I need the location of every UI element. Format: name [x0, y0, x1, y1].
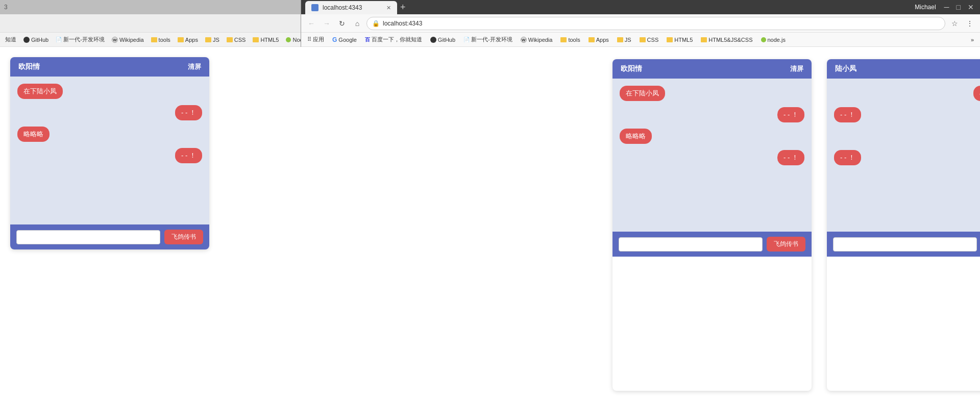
github-icon-r	[430, 37, 436, 43]
bm-html5jsss[interactable]: HTML5&JS&CSS	[699, 36, 754, 44]
left-message-input[interactable]	[16, 230, 160, 244]
bm-tools-r[interactable]: tools	[558, 36, 582, 44]
chat-ouyangqing: 欧阳情 清屏 在下陆小凤 - - ！ 略略略 - - ！ 飞鸽传书	[612, 59, 812, 391]
bm-apps[interactable]: Apps	[176, 36, 200, 44]
left-chat-username: 欧阳情	[18, 62, 40, 71]
wiki-icon-r: W	[521, 37, 527, 43]
tab-close-button[interactable]: ✕	[386, 5, 391, 11]
more-bookmarks-button[interactable]: »	[969, 36, 976, 44]
bm-css[interactable]: CSS	[225, 36, 248, 44]
minimize-button[interactable]: ─	[942, 3, 951, 11]
oq-msg-4: - - ！	[777, 150, 804, 165]
settings-button[interactable]: ⋮	[964, 17, 976, 30]
bm-css-r[interactable]: CSS	[638, 36, 661, 44]
reload-button[interactable]: ↻	[336, 17, 348, 30]
chat-ouyangqing-header: 欧阳情 清屏	[612, 59, 812, 79]
left-chat-messages: 在下陆小凤 - - ！ 略略略 - - ！	[10, 77, 209, 224]
close-button[interactable]: ✕	[966, 3, 976, 11]
user-name-display: Michael	[915, 4, 936, 11]
folder-icon-r1	[560, 37, 567, 42]
chat-luxiaofeng-input-bar: 飞鸽传书	[827, 232, 980, 257]
folder-icon-r6	[701, 37, 707, 42]
chat-luxiaofeng-messages: 在下陆小凤 - - ！ 略略略 - - ！	[827, 79, 980, 232]
bm-html5-r[interactable]: HTML5	[665, 36, 695, 44]
google-icon: G	[332, 36, 337, 43]
luxiaofeng-message-input[interactable]	[833, 237, 977, 252]
folder-icon-r4	[640, 37, 646, 42]
bm-apps-r[interactable]: Apps	[586, 36, 611, 44]
url-display: localhost:4343	[383, 20, 422, 27]
github-icon	[23, 37, 30, 43]
node-icon	[286, 37, 291, 42]
bm-tools[interactable]: tools	[149, 36, 173, 44]
right-browser-window: localhost:4343 ✕ + Michael ─ □ ✕ ← → ↻ ⌂…	[301, 0, 980, 401]
oq-msg-3: 略略略	[620, 129, 652, 144]
right-nav-bar: ← → ↻ ⌂ 🔒 localhost:4343 ☆ ⋮	[301, 14, 980, 33]
bm-devenv[interactable]: 📄新一代-开发环境	[54, 35, 107, 44]
window-controls: ─ □ ✕	[942, 3, 976, 11]
left-page-content: 欧阳情 清屏 在下陆小凤 - - ！ 略略略 - - ！ 飞鸽传书	[0, 47, 301, 401]
left-chat-widget: 欧阳情 清屏 在下陆小凤 - - ！ 略略略 - - ！ 飞鸽传书	[10, 57, 209, 249]
bm-apps-icon[interactable]: ⠿应用	[305, 35, 326, 44]
folder-icon	[227, 37, 233, 42]
lxf-msg-1: 在下陆小凤	[973, 86, 980, 101]
left-chat-input-bar: 飞鸽传书	[10, 224, 209, 249]
bm-baidu[interactable]: 百百度一下，你就知道	[363, 35, 424, 44]
bm-google[interactable]: GGoogle	[330, 35, 359, 44]
oq-msg-2: - - ！	[777, 107, 804, 122]
folder-icon-r2	[589, 37, 595, 42]
chat-luxiaofeng-header: 陆小凤 清屏	[827, 59, 980, 79]
bm-zhidao[interactable]: 知道	[3, 35, 18, 44]
chat-ouyangqing-messages: 在下陆小凤 - - ！ 略略略 - - ！	[612, 79, 812, 232]
chat-luxiaofeng-username: 陆小凤	[835, 64, 856, 73]
bm-devenv-r[interactable]: 📄新一代-开发环境	[461, 35, 514, 44]
lxf-msg-4: - - ！	[834, 150, 861, 165]
left-msg-2: - - ！	[175, 105, 202, 120]
left-send-button[interactable]: 飞鸽传书	[164, 230, 203, 244]
bm-nodejs[interactable]: Node.js	[284, 36, 301, 44]
chat-ouyangqing-clear[interactable]: 清屏	[790, 64, 803, 73]
active-tab[interactable]: localhost:4343 ✕	[305, 1, 397, 14]
bm-github[interactable]: GitHub	[21, 36, 51, 44]
bm-nodejs-r[interactable]: node.js	[759, 36, 788, 44]
bookmark-star-button[interactable]: ☆	[948, 17, 961, 30]
bm-github-r[interactable]: GitHub	[428, 36, 457, 44]
folder-icon	[178, 37, 184, 42]
bm-wiki-r[interactable]: WWikipedia	[519, 36, 555, 44]
chat-luxiaofeng: 陆小凤 清屏 在下陆小凤 - - ！ 略略略 - - ！ 飞鸽传书	[827, 59, 980, 391]
home-button[interactable]: ⌂	[351, 17, 363, 30]
chat-ouyangqing-input-bar: 飞鸽传书	[612, 232, 812, 257]
folder-icon-r5	[667, 37, 673, 42]
new-tab-button[interactable]: +	[400, 2, 406, 13]
folder-icon	[205, 37, 211, 42]
folder-icon	[253, 37, 259, 42]
folder-icon-r3	[617, 37, 623, 42]
left-nav-bar	[0, 14, 301, 33]
bm-html5[interactable]: HTML5	[251, 36, 281, 44]
oq-msg-1: 在下陆小凤	[620, 86, 665, 101]
bm-js[interactable]: JS	[203, 36, 222, 44]
left-msg-3: 略略略	[17, 127, 50, 142]
left-clear-button[interactable]: 清屏	[188, 62, 201, 71]
tab-favicon	[311, 4, 318, 11]
chat-ouyangqing-username: 欧阳情	[621, 64, 642, 73]
lxf-msg-2: - - ！	[834, 107, 861, 122]
right-bookmarks-bar: ⠿应用 GGoogle 百百度一下，你就知道 GitHub 📄新一代-开发环境 …	[301, 33, 980, 47]
bm-js-r[interactable]: JS	[615, 36, 633, 44]
lock-icon: 🔒	[372, 20, 380, 27]
address-bar[interactable]: 🔒 localhost:4343	[366, 17, 945, 30]
forward-button[interactable]: →	[321, 17, 333, 30]
right-title-bar: localhost:4343 ✕ + Michael ─ □ ✕	[301, 0, 980, 14]
left-title-bar: 3	[0, 0, 301, 14]
left-chat-header: 欧阳情 清屏	[10, 57, 209, 77]
node-icon-r	[761, 37, 766, 42]
ouyangqing-send-button[interactable]: 飞鸽传书	[767, 237, 805, 252]
back-button[interactable]: ←	[305, 17, 317, 30]
maximize-button[interactable]: □	[954, 3, 963, 11]
left-browser-window: 3 知道 GitHub 📄新一代-开发环境 WWikipedia tools A…	[0, 0, 301, 401]
left-window-title: 3	[4, 4, 8, 11]
bm-wiki[interactable]: WWikipedia	[110, 36, 146, 44]
ouyangqing-message-input[interactable]	[619, 237, 763, 252]
folder-icon	[151, 37, 157, 42]
left-msg-1: 在下陆小凤	[17, 84, 63, 99]
